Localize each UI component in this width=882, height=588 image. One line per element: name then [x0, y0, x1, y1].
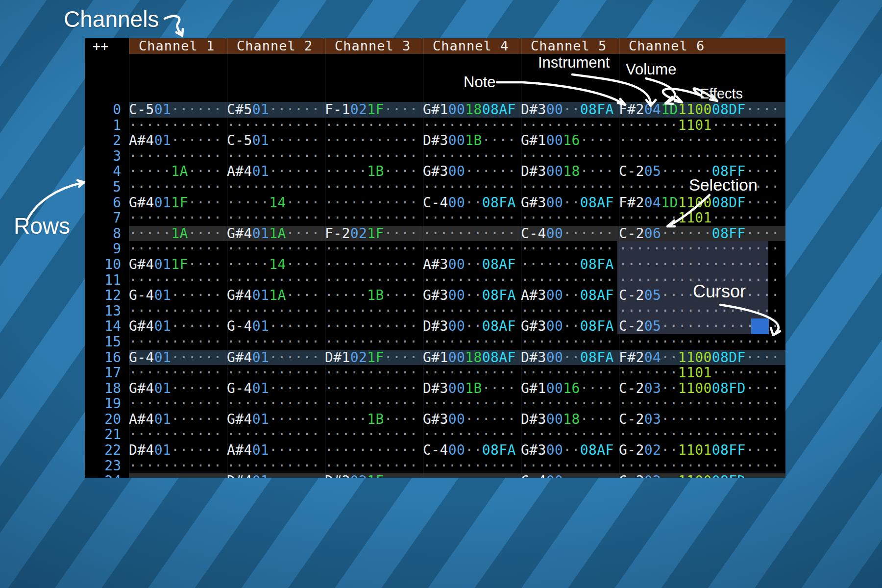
pattern-cell-ch5-row22[interactable]: G#300··08AF: [521, 442, 619, 458]
pattern-cell-ch2-row9[interactable]: ···········: [227, 241, 325, 257]
pattern-cell-ch4-row3[interactable]: ···········: [423, 148, 521, 164]
pattern-cell-ch6-row17[interactable]: ·······1101········: [619, 365, 785, 381]
pattern-cell-ch1-row23[interactable]: ···········: [129, 458, 227, 474]
pattern-cell-ch4-row24[interactable]: ···········: [423, 473, 521, 478]
pattern-cell-ch2-row13[interactable]: ···········: [227, 303, 325, 319]
channel-header-1[interactable]: Channel 1: [129, 38, 227, 54]
pattern-cell-ch4-row2[interactable]: D#3001B····: [423, 133, 521, 148]
pattern-cell-ch4-row18[interactable]: D#3001B····: [423, 381, 521, 396]
pattern-cell-ch1-row16[interactable]: G-401······: [129, 350, 227, 366]
pattern-cell-ch3-row17[interactable]: ···········: [325, 365, 423, 381]
pattern-cell-ch5-row7[interactable]: ···········: [521, 210, 619, 226]
pattern-cell-ch5-row3[interactable]: ···········: [521, 148, 619, 164]
pattern-cell-ch2-row15[interactable]: ···········: [227, 334, 325, 350]
pattern-cell-ch4-row12[interactable]: G#300··08FA: [423, 288, 521, 303]
pattern-cell-ch3-row19[interactable]: ···········: [325, 396, 423, 412]
pattern-cell-ch5-row2[interactable]: G#10016····: [521, 133, 619, 148]
pattern-cell-ch2-row8[interactable]: G#4011A····: [227, 226, 325, 242]
pattern-cell-ch1-row13[interactable]: ···········: [129, 303, 227, 319]
header-corner-cell[interactable]: ++: [85, 38, 129, 54]
pattern-cell-ch2-row7[interactable]: ···········: [227, 210, 325, 226]
pattern-cell-ch3-row14[interactable]: ···········: [325, 318, 423, 334]
pattern-cell-ch4-row6[interactable]: C-400··08FA: [423, 195, 521, 211]
pattern-cell-ch3-row18[interactable]: ···········: [325, 381, 423, 396]
pattern-cell-ch3-row23[interactable]: ···········: [325, 458, 423, 474]
pattern-cell-ch2-row0[interactable]: C#501······: [227, 102, 325, 118]
channel-header-6[interactable]: Channel 6: [619, 38, 785, 54]
pattern-cell-ch2-row11[interactable]: ···········: [227, 272, 325, 288]
pattern-cell-ch4-row5[interactable]: ···········: [423, 179, 521, 195]
pattern-cell-ch5-row6[interactable]: G#300··08AF: [521, 195, 619, 211]
pattern-cell-ch6-row21[interactable]: ···················: [619, 427, 785, 442]
pattern-cell-ch5-row5[interactable]: ···········: [521, 179, 619, 195]
pattern-cell-ch3-row16[interactable]: D#1021F····: [325, 350, 423, 366]
pattern-cell-ch2-row16[interactable]: G#401······: [227, 350, 325, 366]
pattern-cell-ch4-row22[interactable]: C-400··08FA: [423, 442, 521, 458]
pattern-cell-ch5-row1[interactable]: ···········: [521, 118, 619, 133]
channel-header-4[interactable]: Channel 4: [423, 38, 521, 54]
pattern-cell-ch2-row4[interactable]: A#401······: [227, 164, 325, 179]
pattern-cell-ch2-row1[interactable]: ···········: [227, 118, 325, 133]
pattern-cell-ch6-row13[interactable]: ···················: [619, 303, 785, 319]
pattern-cell-ch4-row14[interactable]: D#300··08AF: [423, 318, 521, 334]
pattern-cell-ch5-row13[interactable]: ···········: [521, 303, 619, 319]
pattern-cell-ch4-row8[interactable]: ···········: [423, 226, 521, 242]
pattern-cell-ch1-row20[interactable]: A#401······: [129, 412, 227, 427]
pattern-cell-ch3-row15[interactable]: ···········: [325, 334, 423, 350]
pattern-cell-ch4-row11[interactable]: ···········: [423, 272, 521, 288]
pattern-cell-ch6-row0[interactable]: F#2041D110008DF····: [619, 102, 785, 118]
pattern-cell-ch4-row4[interactable]: G#300······: [423, 164, 521, 179]
pattern-cell-ch3-row1[interactable]: ···········: [325, 118, 423, 133]
pattern-cell-ch1-row5[interactable]: ···········: [129, 179, 227, 195]
pattern-cell-ch1-row19[interactable]: ···········: [129, 396, 227, 412]
pattern-cell-ch1-row24[interactable]: ···········: [129, 473, 227, 478]
pattern-cell-ch4-row0[interactable]: G#1001808AF: [423, 102, 521, 118]
pattern-cell-ch4-row16[interactable]: G#1001808AF: [423, 350, 521, 366]
pattern-cell-ch3-row21[interactable]: ···········: [325, 427, 423, 442]
pattern-cursor[interactable]: [751, 318, 769, 334]
pattern-cell-ch2-row17[interactable]: ···········: [227, 365, 325, 381]
pattern-cell-ch6-row10[interactable]: ···················: [619, 257, 785, 272]
pattern-cell-ch1-row4[interactable]: ·····1A····: [129, 164, 227, 179]
pattern-cell-ch3-row6[interactable]: ···········: [325, 195, 423, 211]
pattern-cell-ch4-row15[interactable]: ···········: [423, 334, 521, 350]
pattern-cell-ch1-row17[interactable]: ···········: [129, 365, 227, 381]
pattern-cell-ch5-row19[interactable]: ···········: [521, 396, 619, 412]
pattern-cell-ch3-row22[interactable]: ···········: [325, 442, 423, 458]
pattern-cell-ch1-row11[interactable]: ···········: [129, 272, 227, 288]
pattern-cell-ch2-row6[interactable]: ·····14····: [227, 195, 325, 211]
pattern-cell-ch6-row16[interactable]: F#204··110008DF····: [619, 350, 785, 366]
pattern-cell-ch1-row21[interactable]: ···········: [129, 427, 227, 442]
pattern-cell-ch2-row24[interactable]: D#401······: [227, 473, 325, 478]
pattern-cell-ch6-row24[interactable]: C-302··110008FD····: [619, 473, 785, 478]
pattern-cell-ch4-row21[interactable]: ···········: [423, 427, 521, 442]
pattern-cell-ch3-row5[interactable]: ···········: [325, 179, 423, 195]
pattern-cell-ch5-row15[interactable]: ···········: [521, 334, 619, 350]
pattern-cell-ch3-row11[interactable]: ···········: [325, 272, 423, 288]
pattern-cell-ch1-row18[interactable]: G#401······: [129, 381, 227, 396]
pattern-cell-ch1-row1[interactable]: ···········: [129, 118, 227, 133]
pattern-cell-ch4-row7[interactable]: ···········: [423, 210, 521, 226]
pattern-cell-ch6-row7[interactable]: ·······1101········: [619, 210, 785, 226]
pattern-cell-ch5-row23[interactable]: ···········: [521, 458, 619, 474]
pattern-cell-ch2-row21[interactable]: ···········: [227, 427, 325, 442]
pattern-cell-ch4-row23[interactable]: ···········: [423, 458, 521, 474]
pattern-cell-ch3-row9[interactable]: ···········: [325, 241, 423, 257]
pattern-cell-ch1-row12[interactable]: G-401······: [129, 288, 227, 303]
pattern-cell-ch3-row4[interactable]: ·····1B····: [325, 164, 423, 179]
pattern-cell-ch2-row10[interactable]: ·····14····: [227, 257, 325, 272]
pattern-cell-ch4-row1[interactable]: ···········: [423, 118, 521, 133]
pattern-cell-ch6-row9[interactable]: ···················: [619, 241, 785, 257]
pattern-cell-ch1-row10[interactable]: G#4011F····: [129, 257, 227, 272]
pattern-cell-ch2-row22[interactable]: A#401······: [227, 442, 325, 458]
pattern-cell-ch6-row3[interactable]: ···················: [619, 148, 785, 164]
pattern-cell-ch5-row14[interactable]: G#300··08FA: [521, 318, 619, 334]
pattern-cell-ch5-row20[interactable]: D#30018····: [521, 412, 619, 427]
pattern-cell-ch5-row24[interactable]: C-400······: [521, 473, 619, 478]
pattern-cell-ch1-row22[interactable]: D#401······: [129, 442, 227, 458]
pattern-cell-ch5-row16[interactable]: D#300··08FA: [521, 350, 619, 366]
pattern-cell-ch1-row6[interactable]: G#4011F····: [129, 195, 227, 211]
pattern-cell-ch5-row11[interactable]: ···········: [521, 272, 619, 288]
channel-header-2[interactable]: Channel 2: [227, 38, 325, 54]
pattern-cell-ch3-row2[interactable]: ···········: [325, 133, 423, 148]
